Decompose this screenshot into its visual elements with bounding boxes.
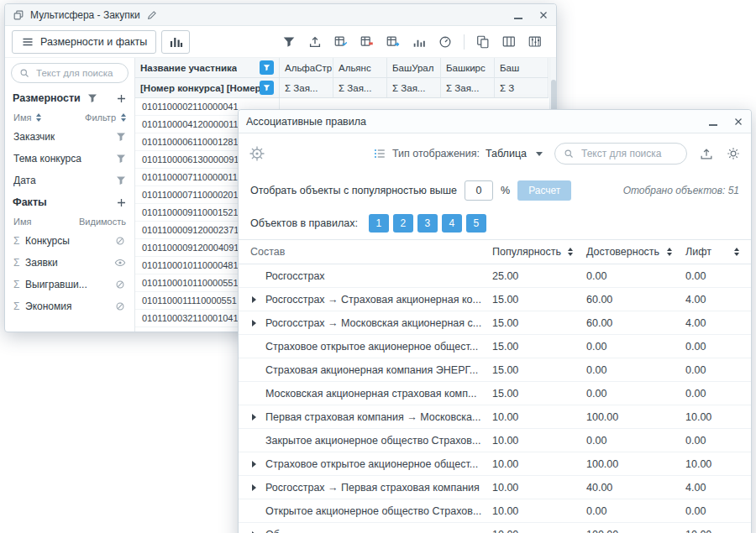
rules-table-row[interactable]: Открытое акционерное общество Страхов...…	[239, 499, 751, 523]
rules-table-row[interactable]: Росгосстрах → Страховая акционерная ко..…	[239, 288, 751, 311]
add-dimension-button[interactable]	[116, 93, 127, 104]
chart-panel-button[interactable]	[161, 30, 190, 54]
dimension-item[interactable]: Тема конкурса	[5, 148, 134, 170]
dimension-filter-icon[interactable]	[116, 132, 126, 142]
rules-count-button[interactable]: 2	[393, 214, 413, 233]
visibility-off-icon[interactable]	[114, 300, 126, 312]
dimensions-sort-filter[interactable]: Фильтр	[85, 112, 126, 123]
grid-subcolumn-header[interactable]: Σ Зая...	[387, 78, 441, 98]
rule-confidence: 100.00	[586, 529, 685, 533]
table-flag-icon[interactable]	[360, 34, 375, 50]
rules-table-row[interactable]: Страховая акционерная компания ЭНЕРГ... …	[239, 358, 751, 382]
visibility-on-icon[interactable]	[114, 257, 126, 269]
dimension-item[interactable]: Дата	[5, 170, 134, 191]
rules-count-button[interactable]: 1	[369, 214, 389, 233]
dialog-search-input[interactable]	[580, 147, 678, 160]
columns-icon[interactable]	[501, 34, 517, 50]
rules-table-row[interactable]: Росгосстрах → Московская акционерная с..…	[239, 311, 751, 335]
table-check-icon[interactable]	[333, 34, 349, 50]
grid-column-header[interactable]: Баш	[495, 58, 549, 78]
expand-icon[interactable]	[252, 320, 263, 327]
expand-icon[interactable]	[252, 484, 263, 491]
dimensions-facts-button[interactable]: Размерности и факты	[12, 30, 156, 54]
expand-icon[interactable]	[252, 461, 263, 468]
visibility-off-icon[interactable]	[114, 235, 126, 247]
column-header-confidence[interactable]: Достоверность	[586, 246, 685, 258]
grid-column-label: Альянс	[339, 63, 371, 73]
column-header-sostav[interactable]: Состав	[250, 246, 492, 258]
bar-chart-icon[interactable]	[412, 34, 427, 50]
dimensions-filter-icon[interactable]	[87, 93, 97, 103]
main-titlebar[interactable]: Мультисфера - Закупки	[5, 4, 556, 26]
sidebar-search[interactable]	[11, 63, 129, 83]
grid-subcolumn-header[interactable]: Σ Зая...	[333, 78, 387, 98]
rules-table-row[interactable]: Страховое открытое акционерное общест...…	[239, 452, 751, 476]
gauge-icon[interactable]	[438, 34, 453, 50]
rules-table-row[interactable]: Закрытое акционерное общество Страхов...…	[239, 429, 751, 452]
visibility-off-icon[interactable]	[114, 279, 126, 290]
rules-count-buttons: 12345	[369, 214, 486, 233]
add-fact-button[interactable]	[116, 197, 127, 208]
dialog-titlebar[interactable]: Ассоциативные правила	[239, 110, 751, 133]
expand-icon[interactable]	[252, 296, 263, 303]
fact-item[interactable]: Σ Экономия	[5, 295, 134, 317]
grid-subcolumn-header[interactable]: Σ З	[495, 78, 549, 98]
rules-count-button[interactable]: 5	[466, 214, 486, 233]
dialog-minimize-button[interactable]	[701, 110, 726, 133]
rules-table-row[interactable]: Росгосстрах 25.00 0.00 0.00	[239, 264, 751, 288]
rules-table-row[interactable]: Страховое открытое акционерное общест...…	[239, 335, 751, 358]
copy-icon[interactable]	[475, 34, 491, 50]
export-icon[interactable]	[307, 34, 323, 50]
rules-count-button[interactable]: 3	[417, 214, 438, 233]
grid-subcolumn-header[interactable]: Σ Зая...	[441, 78, 495, 98]
rules-table-row[interactable]: Росгосстрах → Первая страховая компания …	[239, 476, 751, 499]
edit-title-icon[interactable]	[146, 9, 158, 21]
expand-icon[interactable]	[252, 414, 263, 421]
grid-column-header[interactable]: БашУрал	[387, 58, 441, 78]
column-header-lift[interactable]: Лифт	[685, 246, 739, 258]
table-arrows-icon[interactable]	[386, 34, 401, 50]
filter-icon[interactable]	[281, 34, 297, 50]
fact-item[interactable]: Σ Заявки	[5, 252, 134, 274]
dimension-filter-icon[interactable]	[116, 154, 126, 164]
display-type-select[interactable]: Тип отображения: Таблица	[373, 147, 543, 160]
sort-icon[interactable]	[667, 248, 672, 256]
grid-column-header[interactable]: Альянс	[333, 58, 387, 78]
popularity-input[interactable]	[465, 180, 493, 201]
rule-popularity: 25.00	[492, 270, 586, 282]
fact-label: Заявки	[25, 257, 58, 269]
upload-icon[interactable]	[699, 146, 714, 161]
dimensions-columns: Имя Фильтр	[5, 109, 134, 126]
participant-filter-button[interactable]	[260, 60, 274, 75]
rules-table-row[interactable]: Московская акционерная страховая комп...…	[239, 382, 751, 405]
fact-item[interactable]: Σ Конкурсы	[5, 230, 134, 252]
close-button[interactable]	[531, 4, 556, 25]
dialog-close-button[interactable]	[726, 110, 751, 133]
dialog-search[interactable]	[554, 143, 687, 165]
rules-wheel-icon[interactable]	[249, 145, 265, 162]
calculate-button[interactable]: Расчет	[517, 180, 571, 201]
grid-column-header[interactable]: АльфаСтр	[280, 58, 333, 78]
abacus-icon[interactable]	[528, 34, 543, 50]
rules-count-button[interactable]: 4	[442, 214, 462, 233]
column-header-popularity[interactable]: Популярность	[492, 246, 586, 258]
dimensions-facts-label: Размерности и факты	[40, 36, 147, 48]
dimension-item[interactable]: Заказчик	[5, 126, 134, 148]
sort-icon[interactable]	[568, 248, 573, 256]
gear-icon[interactable]	[726, 146, 741, 161]
dimension-filter-icon[interactable]	[116, 175, 126, 186]
grid-subcolumn-header[interactable]: Σ Зая...	[280, 78, 333, 98]
sidebar-search-input[interactable]	[34, 67, 120, 79]
chevron-down-icon	[536, 152, 543, 156]
dimensions-sort-name[interactable]: Имя	[13, 112, 41, 123]
rules-table-row[interactable]: Первая страховая компания → Московска...…	[239, 405, 751, 429]
rules-table-row[interactable]: Об... 10.00 100.00 10.00	[239, 523, 751, 533]
minimize-icon	[709, 124, 717, 126]
fact-item[interactable]: Σ Выигравши...	[5, 274, 134, 295]
sort-icon[interactable]	[734, 248, 739, 256]
number-filter-button[interactable]	[260, 81, 274, 95]
grid-column-header[interactable]: Башкирс	[441, 58, 495, 78]
minimize-button[interactable]	[506, 4, 531, 25]
selected-objects-count: Отобрано объектов: 51	[623, 185, 739, 196]
sigma-icon: Σ	[13, 235, 25, 247]
